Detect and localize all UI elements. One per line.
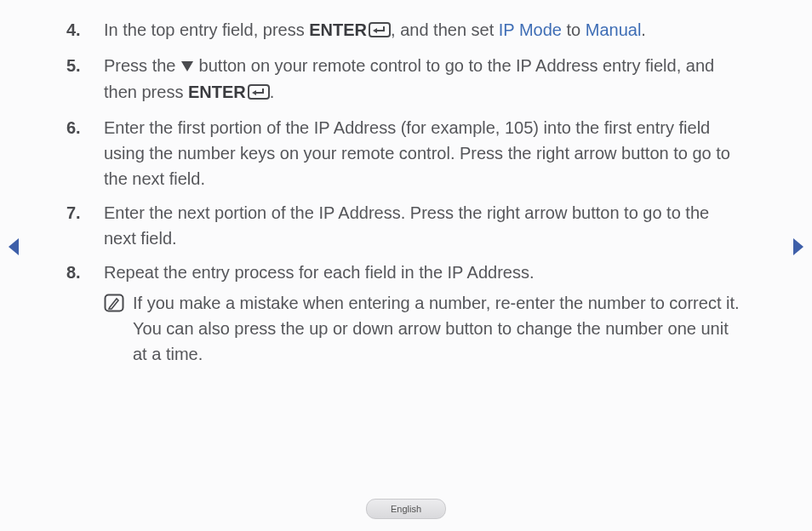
svg-marker-2 xyxy=(181,61,193,71)
instruction-page: 4.In the top entry field, press ENTER, a… xyxy=(0,0,812,367)
step-item: 5.Press the button on your remote contro… xyxy=(66,53,746,106)
svg-marker-7 xyxy=(793,238,803,255)
text-run: to xyxy=(562,20,586,39)
svg-marker-6 xyxy=(9,238,19,255)
step-item: 4.In the top entry field, press ENTER, a… xyxy=(66,17,746,44)
text-run: Enter the first portion of the IP Addres… xyxy=(104,118,730,188)
step-body: Press the button on your remote control … xyxy=(104,53,746,106)
bold-text: ENTER xyxy=(309,20,367,39)
text-run: In the top entry field, press xyxy=(104,20,309,39)
step-item: 7.Enter the next portion of the IP Addre… xyxy=(66,200,746,251)
text-run: Repeat the entry process for each field … xyxy=(104,263,534,282)
text-run: . xyxy=(641,20,646,39)
enter-icon xyxy=(369,19,391,44)
step-body: Enter the next portion of the IP Address… xyxy=(104,200,746,251)
svg-marker-1 xyxy=(373,28,377,33)
step-number: 4. xyxy=(66,17,104,44)
step-number: 7. xyxy=(66,200,104,251)
language-label: English xyxy=(391,504,421,514)
step-number: 8. xyxy=(66,260,104,367)
step-list: 4.In the top entry field, press ENTER, a… xyxy=(66,17,746,367)
text-run: Enter the next portion of the IP Address… xyxy=(104,203,709,248)
step-body: Enter the first portion of the IP Addres… xyxy=(104,115,746,191)
step-body: In the top entry field, press ENTER, and… xyxy=(104,17,746,44)
text-run: , and then set xyxy=(391,20,499,39)
text-run: Press the xyxy=(104,56,180,75)
note-icon xyxy=(104,294,124,319)
note-row: If you make a mistake when entering a nu… xyxy=(104,290,746,367)
step-number: 5. xyxy=(66,53,104,106)
text-run: . xyxy=(270,83,275,101)
step-number: 6. xyxy=(66,115,104,191)
step-body: Repeat the entry process for each field … xyxy=(104,260,746,367)
step-item: 6.Enter the first portion of the IP Addr… xyxy=(66,115,746,191)
nav-prev-button[interactable] xyxy=(7,237,22,264)
link-text: Manual xyxy=(586,20,642,39)
enter-icon xyxy=(248,81,270,106)
nav-next-button[interactable] xyxy=(790,237,805,264)
svg-marker-4 xyxy=(252,90,256,95)
bold-text: ENTER xyxy=(188,83,246,101)
note-text: If you make a mistake when entering a nu… xyxy=(133,290,746,367)
down-arrow-icon xyxy=(180,54,194,79)
language-badge: English xyxy=(366,499,446,520)
step-item: 8.Repeat the entry process for each fiel… xyxy=(66,260,746,367)
link-text: IP Mode xyxy=(499,20,562,39)
